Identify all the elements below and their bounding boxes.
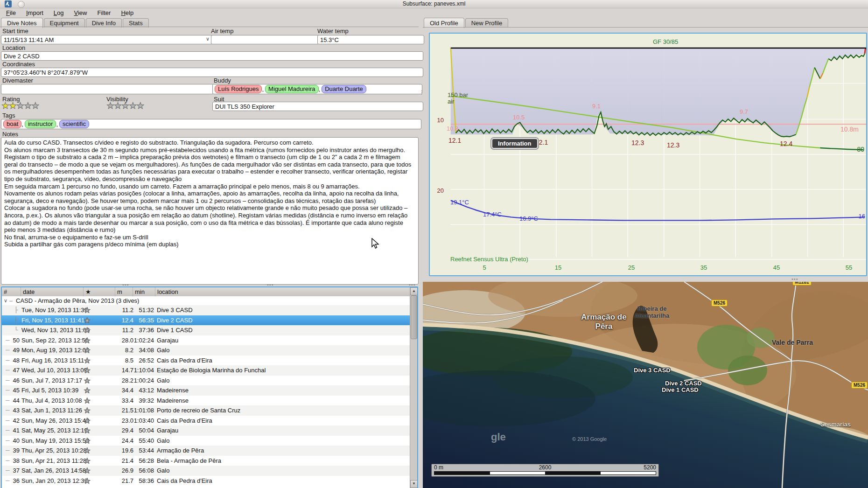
time-tick: 5 (478, 264, 490, 271)
dive-site-marker[interactable]: Dive 2 CASD (665, 380, 702, 387)
menu-file[interactable]: File (1, 8, 21, 18)
dive-profile-chart[interactable]: GF 30/85 150 bar air 80 10 20 10.8 10.8m… (429, 33, 867, 276)
pill-scientific[interactable]: scientific (59, 120, 89, 128)
menu-log[interactable]: Log (49, 8, 69, 18)
scroll-up-icon[interactable]: ▲ (410, 287, 418, 295)
dive-depth: 28.0 (116, 335, 133, 346)
scroll-down-icon[interactable]: ▼ (410, 480, 418, 488)
collapse-caret-icon[interactable]: ∨ (4, 296, 7, 305)
pill-boat[interactable]: boat (3, 120, 21, 128)
dive-row[interactable]: ─47Wed, Jul 10, 2013 13:09★★★★★14.71:10:… (2, 365, 410, 376)
dive-row[interactable]: ─45Fri, Jul 5, 2013 10:39★★★★★34.443:12M… (2, 385, 410, 396)
dive-date: Fri, Aug 16, 2013 15:11 (21, 356, 84, 366)
pill-luís-rodrigues[interactable]: Luís Rodrigues (215, 85, 262, 93)
time-tick: 55 (843, 264, 855, 271)
col-depth[interactable]: m (115, 287, 134, 296)
notes-textarea[interactable]: Aula do curso CASD. Transectos c/video e… (1, 137, 419, 285)
dive-site-marker[interactable]: Dive 3 CASD (634, 367, 671, 374)
dive-row[interactable]: ─39Thu, Apr 25, 2013 10:28★★★★★19.653:44… (2, 446, 410, 456)
menu-view[interactable]: View (69, 8, 92, 18)
pressure-start-label: 150 bar (448, 91, 468, 98)
dive-row[interactable]: ─50Sun, Sep 22, 2013 12:59★★★★★28.01:02:… (2, 335, 410, 346)
tab-new-profile[interactable]: New Profile (465, 18, 508, 28)
scrollbar-thumb[interactable] (411, 295, 417, 339)
menu-help[interactable]: Help (116, 8, 139, 18)
air-temp-input[interactable] (211, 35, 319, 44)
tab-equipment[interactable]: Equipment (44, 18, 85, 28)
suit-input[interactable]: DUI TLS 350 Explorer (212, 102, 423, 111)
dive-row[interactable]: ─48Fri, Aug 16, 2013 15:11★★★★★8.526:52C… (2, 356, 410, 366)
dive-site-map[interactable]: Armação de Pêra Ribeira de Alcantarilha … (423, 282, 868, 488)
dive-row[interactable]: ─40Sun, May 19, 2013 15:53★★★★★24.455:40… (2, 436, 410, 446)
dive-row[interactable]: ─38Sun, Apr 21, 2013 11:28★★★★★21.456:28… (2, 456, 410, 466)
dive-depth: 33.4 (116, 396, 133, 406)
dive-row[interactable]: ─42Sun, May 26, 2013 15:40★★★★★23.01:03:… (2, 416, 410, 426)
road-badge-m1281: M1281 (792, 282, 812, 286)
menu-import[interactable]: Import (21, 8, 49, 18)
dive-date: Wed, Jul 10, 2013 13:09 (21, 365, 87, 376)
buddy-input[interactable]: Luís Rodrigues,Miguel Madureira,Duarte D… (212, 84, 422, 94)
pill-instructor[interactable]: instructor (25, 120, 56, 128)
titlebar[interactable]: Subsurface: paneves.xml (0, 0, 868, 8)
dive-row[interactable]: ├Tue, Nov 19, 2013 11:39★★★★★11.251:32Di… (2, 305, 410, 315)
information-tooltip[interactable]: Information (491, 138, 538, 149)
dive-trip-row[interactable]: ∨ – CASD - Armação de Pêra, Nov 2013 (3 … (2, 296, 410, 305)
dive-row[interactable]: ─36Sun, Jan 20, 2013 12:33★★★★★21.758:36… (2, 476, 410, 486)
map-label-river: Ribeira de Alcantarilha (626, 305, 678, 319)
scale-end: 5200 (644, 464, 656, 471)
start-time-combo[interactable]: 11/15/13 11:41 AM ∨ (1, 35, 213, 44)
dive-row[interactable]: ─37Sat, Jan 26, 2013 14:58★★★★★26.956:08… (2, 466, 410, 476)
col-duration[interactable]: min (133, 287, 156, 296)
tree-branch: └ (14, 325, 18, 335)
profile-plot (430, 34, 866, 275)
dive-row[interactable]: ─41Sat, May 25, 2013 12:19★★★★★29.450:04… (2, 425, 410, 436)
col-location[interactable]: location (155, 287, 297, 296)
visibility-stars[interactable]: ★★★★★ (106, 100, 144, 111)
dive-number: 47 (2, 365, 20, 376)
dive-depth: 34.4 (116, 385, 133, 396)
chevron-down-icon: ∨ (206, 36, 210, 42)
tab-stats[interactable]: Stats (123, 18, 149, 28)
dive-depth: 28.2 (116, 376, 133, 386)
map-label-town: Armação de Pêra (576, 313, 632, 331)
dive-row[interactable]: ─46Sun, Jul 7, 2013 17:17★★★★★28.21:00:2… (2, 376, 410, 386)
rating-stars[interactable]: ★★★★★ (1, 100, 39, 111)
dive-number: 50 (2, 335, 20, 346)
dive-depth: 29.4 (116, 425, 133, 436)
dive-date: Thu, Jul 4, 2013 10:08 (21, 396, 82, 406)
vertical-splitter-handle[interactable]: ⋮ (419, 90, 425, 96)
dive-row[interactable]: ├Fri, Nov 15, 2013 11:41★★★★★12.456:35Di… (2, 315, 410, 326)
dive-depth: 14.7 (116, 365, 133, 376)
dive-site-marker[interactable]: Dive 1 CASD (662, 386, 699, 393)
dive-location: Madeirense (157, 396, 189, 406)
dive-row[interactable]: ─44Thu, Jul 4, 2013 10:08★★★★★33.439:32M… (2, 396, 410, 406)
dive-row[interactable]: ─43Sat, Jun 1, 2013 11:26★★★★★21.51:01:0… (2, 405, 410, 416)
dive-date: Sun, May 26, 2013 15:40 (21, 416, 89, 426)
divemaster-input[interactable] (1, 84, 214, 94)
dive-list-body: ∨ – CASD - Armação de Pêra, Nov 2013 (3 … (2, 296, 410, 488)
pill-miguel-madureira[interactable]: Miguel Madureira (265, 85, 318, 93)
dive-location: Galo (157, 466, 169, 476)
road-badge-m526: M526 (711, 300, 728, 307)
map-splitter-handle[interactable]: ••• (791, 276, 798, 282)
tab-old-profile[interactable]: Old Profile (424, 18, 464, 28)
map-scalebar: 0 m 2600 5200 (431, 464, 659, 477)
temp-label: 16 (859, 213, 865, 220)
dive-row[interactable]: ─49Mon, Aug 19, 2013 12:06★★★★★8.234:08G… (2, 345, 410, 356)
coordinates-input[interactable]: 37°05'23.460"N 8°20'47.879"W (1, 68, 423, 77)
dive-number: 44 (2, 396, 20, 406)
col-number[interactable]: # (2, 287, 21, 296)
tab-dive-info[interactable]: Dive Info (86, 18, 122, 28)
dive-row[interactable]: └Wed, Nov 13, 2013 11:06★★★★★11.237:36Di… (2, 325, 410, 335)
dive-date: Sun, Sep 22, 2013 12:59 (21, 335, 89, 346)
dive-list-scrollbar[interactable]: ▲ ▼ (410, 287, 417, 488)
pill-duarte-duarte[interactable]: Duarte Duarte (322, 85, 366, 93)
col-date[interactable]: date (21, 287, 84, 296)
dive-date: Fri, Nov 15, 2013 11:41 (21, 315, 84, 326)
buddy-label: Buddy (214, 77, 231, 84)
water-temp-input[interactable]: 15.3°C (317, 35, 424, 44)
tags-input[interactable]: boat,instructor,scientific (1, 119, 421, 129)
menu-filter[interactable]: Filter (92, 8, 116, 18)
location-input[interactable]: Dive 2 CASD (1, 51, 423, 61)
col-stars[interactable]: ★ (83, 287, 116, 296)
